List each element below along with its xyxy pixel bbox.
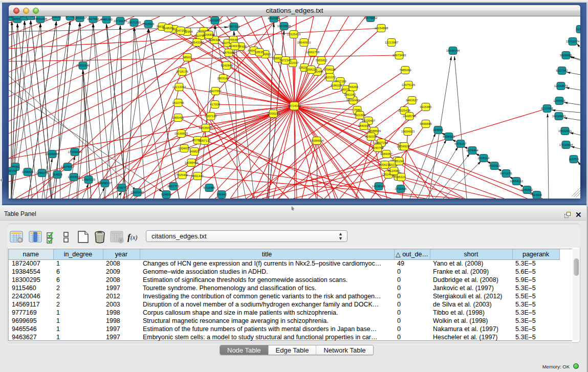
svg-text:164095: 164095 (433, 128, 444, 132)
svg-text:12325419: 12325419 (287, 33, 301, 36)
svg-text:12213987: 12213987 (385, 41, 399, 44)
svg-text:18724007: 18724007 (288, 104, 301, 107)
svg-text:114519: 114519 (52, 173, 62, 176)
svg-text:106942: 106942 (216, 193, 227, 196)
svg-text:10543362: 10543362 (190, 41, 204, 44)
svg-text:5875685: 5875685 (223, 51, 235, 54)
svg-text:29053346: 29053346 (76, 64, 90, 67)
svg-text:2935114: 2935114 (478, 157, 490, 160)
svg-text:116753: 116753 (569, 158, 579, 161)
svg-text:1965491: 1965491 (172, 116, 184, 119)
svg-text:8124960: 8124960 (388, 169, 400, 172)
svg-text:95324: 95324 (397, 176, 406, 179)
svg-text:1004231: 1004231 (379, 163, 391, 166)
svg-text:7955812: 7955812 (315, 59, 328, 62)
svg-text:13535594: 13535594 (199, 126, 213, 129)
svg-text:6466160: 6466160 (100, 18, 113, 21)
svg-text:19654923: 19654923 (401, 130, 415, 133)
svg-text:8813054: 8813054 (268, 17, 280, 20)
svg-text:9245652: 9245652 (521, 188, 533, 191)
svg-text:18300295: 18300295 (267, 112, 280, 115)
svg-text:10961758: 10961758 (306, 51, 320, 54)
svg-text:1840695: 1840695 (358, 124, 370, 127)
svg-text:10973493: 10973493 (393, 54, 406, 57)
svg-text:85194: 85194 (395, 160, 404, 163)
svg-text:2206838: 2206838 (203, 33, 215, 36)
svg-text:7632621: 7632621 (488, 164, 500, 167)
svg-text:2718176: 2718176 (176, 70, 188, 73)
svg-text:1527602: 1527602 (87, 17, 99, 20)
svg-text:9242848: 9242848 (221, 64, 233, 67)
svg-text:7857224: 7857224 (228, 25, 240, 28)
svg-text:18535: 18535 (255, 51, 264, 54)
svg-text:12093873: 12093873 (554, 84, 568, 87)
svg-text:1186021: 1186021 (331, 84, 343, 87)
svg-text:9657771: 9657771 (167, 185, 180, 188)
svg-text:1610755: 1610755 (172, 101, 184, 104)
svg-text:1156829: 1156829 (22, 170, 34, 173)
svg-text:9150372: 9150372 (365, 135, 377, 138)
svg-text:20206586: 20206586 (46, 152, 59, 156)
svg-text:16033809: 16033809 (208, 19, 222, 22)
svg-text:7485063: 7485063 (399, 69, 411, 72)
svg-text:746266: 746266 (348, 85, 359, 89)
svg-text:9463627: 9463627 (406, 99, 418, 102)
svg-text:12975125: 12975125 (402, 83, 416, 86)
svg-text:98961: 98961 (183, 56, 192, 59)
svg-text:7515526: 7515526 (142, 23, 155, 26)
svg-text:1621072: 1621072 (324, 76, 336, 79)
svg-text:3267130: 3267130 (199, 139, 211, 142)
svg-text:16782759: 16782759 (115, 186, 129, 189)
svg-text:15751074: 15751074 (566, 40, 580, 43)
svg-text:2025438: 2025438 (398, 109, 410, 112)
svg-text:8471676: 8471676 (500, 172, 512, 175)
svg-text:9474444: 9474444 (466, 149, 478, 152)
svg-text:17359928: 17359928 (68, 150, 82, 154)
svg-text:7625402: 7625402 (176, 173, 188, 177)
svg-text:549822: 549822 (189, 150, 200, 153)
svg-text:10688609: 10688609 (367, 129, 381, 133)
svg-text:1358224: 1358224 (305, 68, 317, 71)
svg-text:1691447: 1691447 (191, 174, 204, 178)
svg-text:1661042: 1661042 (344, 93, 356, 96)
svg-text:16210643: 16210643 (552, 115, 566, 118)
svg-text:8938923: 8938923 (443, 135, 455, 138)
svg-text:14136141: 14136141 (372, 185, 386, 188)
svg-text:924506: 924506 (532, 193, 542, 196)
svg-text:10975857: 10975857 (61, 165, 75, 168)
svg-text:8215958: 8215958 (541, 107, 553, 110)
svg-text:924502: 924502 (161, 193, 172, 196)
svg-text:10154808: 10154808 (375, 27, 388, 30)
svg-text:16648784: 16648784 (446, 49, 460, 52)
svg-text:9227342: 9227342 (556, 69, 568, 72)
svg-text:1004675: 1004675 (178, 147, 190, 150)
svg-text:2803144: 2803144 (217, 77, 229, 80)
svg-text:6479197: 6479197 (454, 142, 467, 145)
svg-text:9148261: 9148261 (162, 27, 175, 30)
svg-text:8267130: 8267130 (205, 115, 217, 118)
svg-text:417006: 417006 (210, 103, 221, 106)
svg-text:9084067: 9084067 (380, 152, 393, 156)
svg-text:20691406: 20691406 (34, 17, 48, 20)
svg-text:20356446: 20356446 (346, 99, 360, 102)
svg-text:9699695: 9699695 (420, 122, 432, 125)
svg-text:6794028: 6794028 (323, 68, 336, 71)
svg-text:1244415: 1244415 (553, 99, 565, 102)
svg-text:5716485: 5716485 (203, 186, 215, 189)
svg-text:17957225: 17957225 (82, 178, 96, 181)
svg-text:7321505: 7321505 (354, 114, 366, 117)
svg-text:11174: 11174 (576, 28, 580, 31)
svg-text:1047205: 1047205 (175, 29, 187, 32)
svg-text:10719155: 10719155 (114, 19, 127, 23)
svg-text:18640910: 18640910 (297, 41, 311, 44)
svg-text:12923446: 12923446 (130, 191, 144, 194)
svg-text:12213363: 12213363 (172, 85, 186, 89)
svg-text:19384554: 19384554 (310, 139, 324, 142)
svg-text:19166825: 19166825 (175, 132, 188, 135)
svg-text:15692991: 15692991 (558, 129, 572, 133)
svg-text:20876862: 20876862 (364, 16, 378, 19)
svg-text:9115460: 9115460 (420, 105, 432, 108)
svg-text:10958107: 10958107 (98, 182, 112, 185)
svg-text:(x): (x) (130, 234, 137, 241)
svg-text:9329996: 9329996 (560, 54, 572, 57)
